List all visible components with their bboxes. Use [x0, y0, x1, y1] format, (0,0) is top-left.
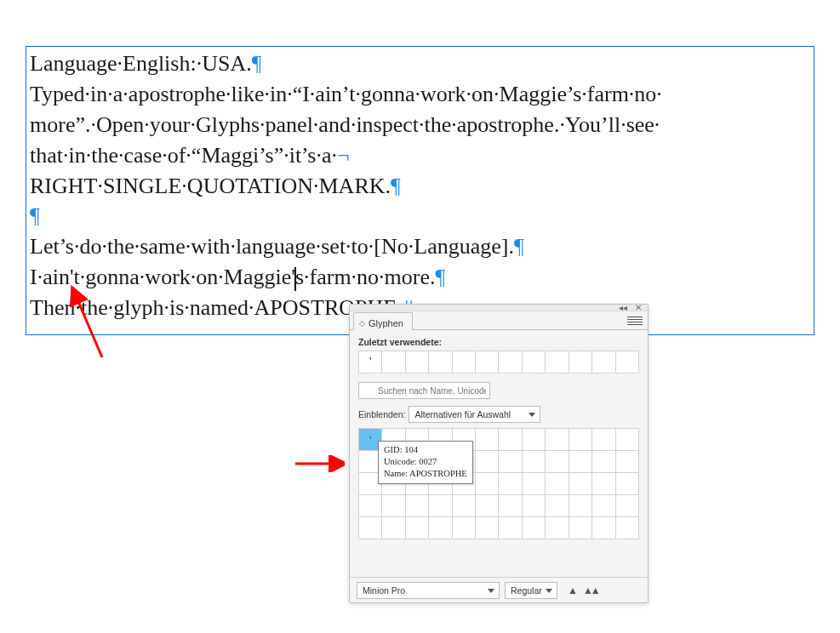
doc-line: that·in·the·case·of·“Maggi’s”·it’s·a·¬: [30, 140, 810, 171]
doc-text: s·farm·no·more.: [295, 265, 436, 289]
recent-glyph-cell[interactable]: [476, 351, 499, 374]
glyph-cell[interactable]: [569, 495, 592, 517]
pilcrow-icon: ¶: [436, 265, 446, 289]
glyph-cell[interactable]: [406, 517, 429, 539]
font-family-select[interactable]: Minion Pro: [357, 582, 500, 599]
glyph-cell[interactable]: [523, 517, 546, 539]
recent-glyph-cell[interactable]: [569, 351, 592, 374]
text-frame[interactable]: Language·English:·USA.¶ Typed·in·a·apost…: [26, 46, 814, 335]
tab-toggle-icon: ◇: [359, 319, 365, 328]
recent-glyph-cell[interactable]: [453, 351, 476, 374]
pilcrow-icon: ¶: [514, 234, 524, 259]
glyph-cell[interactable]: [499, 473, 522, 495]
doc-text: Language·English:·USA.: [30, 51, 252, 76]
glyph-cell[interactable]: [476, 517, 499, 539]
glyph-cell[interactable]: [523, 429, 546, 451]
glyph-cell[interactable]: [499, 517, 522, 539]
doc-line: Typed·in·a·apostrophe·like·in·“I·ain’t·g…: [30, 79, 810, 110]
recent-glyph-cell[interactable]: [499, 351, 522, 374]
glyph-cell[interactable]: [499, 495, 522, 517]
glyph-cell[interactable]: [569, 451, 592, 473]
panel-tabbar: ◇ Glyphen: [350, 311, 648, 330]
doc-line: RIGHT·SINGLE·QUOTATION·MARK.¶: [30, 171, 810, 202]
show-filter-select[interactable]: Alternativen für Auswahl: [409, 406, 540, 423]
glyph-cell[interactable]: [546, 517, 569, 539]
doc-line: ¶: [30, 201, 810, 231]
glyph-cell[interactable]: [616, 473, 639, 495]
glyph-cell[interactable]: [569, 473, 592, 495]
recent-glyph-cell[interactable]: [546, 351, 569, 374]
tab-glyphen[interactable]: ◇ Glyphen: [353, 312, 413, 330]
panel-titlebar[interactable]: ◂◂ ✕: [350, 305, 648, 311]
pilcrow-icon: ¶: [30, 203, 40, 228]
tooltip-gid-value: 104: [404, 445, 418, 454]
glyph-cell[interactable]: [616, 429, 639, 451]
glyph-cell[interactable]: [523, 473, 546, 495]
recent-glyph-cell[interactable]: [616, 351, 639, 374]
recent-glyph-cell[interactable]: [592, 351, 615, 374]
glyph-cell[interactable]: [569, 517, 592, 539]
glyph-cell[interactable]: [616, 495, 639, 517]
glyph-tooltip: GID: 104 Unicode: 0027 Name: APOSTROPHE: [378, 441, 473, 484]
glyph-cell[interactable]: [546, 473, 569, 495]
glyph-cell[interactable]: [546, 495, 569, 517]
glyph-cell[interactable]: [592, 495, 615, 517]
recent-glyph-cell[interactable]: [382, 351, 405, 374]
doc-text: Typed·in·a·apostrophe·like·in·“I·ain’t·g…: [30, 82, 662, 106]
doc-text: RIGHT·SINGLE·QUOTATION·MARK.: [30, 174, 391, 198]
tooltip-name-value: APOSTROPHE: [409, 469, 467, 478]
glyph-cell[interactable]: [406, 495, 429, 517]
doc-line: I·ain't·gonna·work·on·Maggie's·farm·no·m…: [30, 262, 810, 293]
zoom-in-icon[interactable]: ▲▲: [583, 585, 598, 596]
glyph-cell[interactable]: [476, 473, 499, 495]
glyph-cell[interactable]: [523, 451, 546, 473]
glyph-cell[interactable]: [382, 495, 405, 517]
close-icon[interactable]: ✕: [632, 305, 644, 311]
font-style-value: Regular: [511, 585, 542, 596]
glyph-cell[interactable]: [453, 495, 476, 517]
recent-glyph-cell[interactable]: ': [359, 351, 382, 374]
glyph-char: ': [369, 356, 372, 369]
glyph-search-input[interactable]: [358, 382, 490, 399]
search-row: 🔍▾: [358, 382, 639, 399]
glyph-cell[interactable]: [429, 495, 452, 517]
glyph-cell[interactable]: [359, 495, 382, 517]
glyph-cell[interactable]: [476, 495, 499, 517]
glyph-cell[interactable]: [616, 517, 639, 539]
panel-body: Zuletzt verwendete: ' 🔍▾ Einblenden:: [350, 330, 648, 550]
recent-glyph-cell[interactable]: [406, 351, 429, 374]
glyph-cell[interactable]: [476, 429, 499, 451]
doc-text: Let’s·do·the·same·with·language·set·to·[…: [30, 234, 514, 259]
glyph-cell[interactable]: [592, 429, 615, 451]
glyph-cell[interactable]: [476, 451, 499, 473]
recent-glyph-cell[interactable]: [429, 351, 452, 374]
glyph-cell[interactable]: [546, 451, 569, 473]
glyph-grid: ' GID: 104 Unicode: 0027 Name: APOSTROPH…: [358, 428, 639, 539]
glyph-cell[interactable]: [499, 429, 522, 451]
doc-text: that·in·the·case·of·“Maggi’s”·it’s·a·: [30, 143, 337, 168]
glyph-cell[interactable]: [359, 517, 382, 539]
glyph-cell[interactable]: [592, 451, 615, 473]
doc-line: Language·English:·USA.¶: [30, 48, 810, 79]
doc-text: Then·the·glyph·is·named·APOSTROPHE.: [30, 295, 403, 320]
glyph-cell[interactable]: [569, 429, 592, 451]
collapse-icon[interactable]: ◂◂: [617, 305, 629, 311]
recent-glyph-cell[interactable]: [523, 351, 546, 374]
glyph-cell[interactable]: [546, 429, 569, 451]
zoom-out-icon[interactable]: ▲: [568, 585, 578, 596]
soft-return-icon: ¬: [337, 143, 350, 168]
panel-menu-icon[interactable]: [627, 315, 643, 327]
glyph-cell[interactable]: [592, 517, 615, 539]
zoom-controls: ▲ ▲▲: [568, 585, 598, 596]
glyph-cell[interactable]: [523, 495, 546, 517]
glyph-cell[interactable]: [499, 451, 522, 473]
glyph-cell[interactable]: [382, 517, 405, 539]
glyph-cell[interactable]: [429, 517, 452, 539]
tooltip-gid-label: GID:: [384, 445, 403, 454]
recent-glyphs-grid: ': [358, 351, 639, 374]
glyph-cell[interactable]: [616, 451, 639, 473]
glyph-cell[interactable]: [453, 517, 476, 539]
glyph-cell[interactable]: [592, 473, 615, 495]
glyph-cell-selected[interactable]: ' GID: 104 Unicode: 0027 Name: APOSTROPH…: [359, 429, 382, 451]
font-style-select[interactable]: Regular: [505, 582, 557, 599]
